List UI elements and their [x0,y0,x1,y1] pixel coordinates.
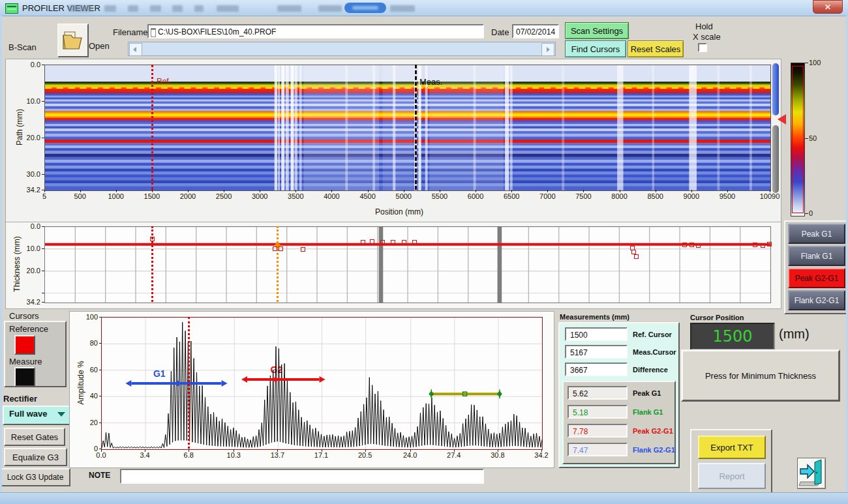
menu-item-redacted[interactable] [217,5,239,12]
date-field[interactable]: 07/02/2014 [512,24,559,38]
text-cursor-icon [151,28,156,37]
measurement-field[interactable]: 5167 [565,345,628,359]
bscan-x-tick-mark [476,190,476,192]
bscan-section-label: B-Scan [8,42,37,52]
measurement-field[interactable]: 1500 [565,327,628,341]
bscan-x-tick-mark [188,190,189,192]
equalize-g3-button[interactable]: Equalize G3 [4,448,67,466]
menu-item-redacted[interactable] [194,5,204,12]
bscan-x-tick-mark [727,190,728,192]
bscan-x-tick-mark [620,190,620,192]
measurement-field[interactable]: 3667 [565,363,628,376]
ascan-y-tick-mark [99,449,102,449]
thickness-marker [412,240,417,245]
gate-button-peak-g1[interactable]: Peak G1 [788,224,845,244]
bscan-x-tick-mark [547,190,548,192]
gate-button-flank-g2-g1[interactable]: Flank G2-G1 [788,290,845,310]
thickness-y-tick: 20.0 [27,267,40,274]
measurement-field[interactable]: 7.47 [568,443,628,456]
ascan-y-tick: 100 [86,313,98,321]
hold-x-scale-checkbox[interactable] [698,43,707,52]
menu-item-redacted[interactable] [128,5,138,12]
bscan-x-tick-mark [770,190,770,192]
menu-item-redacted[interactable] [104,5,116,12]
measurement-field[interactable]: 5.18 [568,405,628,419]
exit-button[interactable] [797,458,826,489]
ascan-plot-area[interactable]: G1G2 [101,317,543,450]
thickness-aux-cursor[interactable] [277,226,279,302]
ascan-x-tick: 30.8 [491,451,504,459]
bscan-x-tick-mark [224,190,224,192]
menu-item-redacted[interactable] [150,5,161,12]
bscan-ref-cursor-label: Ref. [157,77,171,86]
bscan-x-tick: 5500 [432,192,447,200]
filename-label: Filename [113,27,147,37]
file-scrollbar[interactable] [128,42,556,56]
gate-button-flank-g1[interactable]: Flank G1 [788,246,845,266]
bscan-x-tick: 3500 [288,192,303,200]
note-field[interactable] [120,469,484,484]
gate-button-peak-g2-g1[interactable]: Peak G2-G1 [788,268,845,288]
minimum-thickness-button[interactable]: Press for Minimum Thickness [681,349,840,402]
ascan-ylabel: Amplitude % [76,361,85,404]
rectifier-dropdown[interactable]: Full wave [3,406,72,425]
slider-pointer-icon[interactable] [778,114,786,125]
find-cursors-button[interactable]: Find Cursors [565,40,626,57]
scan-settings-button[interactable]: Scan Settings [565,22,629,39]
ascan-x-tick-mark [101,449,102,452]
window-bottom-border [0,492,848,504]
bscan-plot-area[interactable] [44,65,771,191]
bscan-vertical-slider[interactable] [772,63,779,115]
bscan-x-tick-mark [44,190,45,192]
export-txt-button[interactable]: Export TXT [698,436,766,459]
thickness-y-tick-mark [42,226,44,227]
ascan-x-tick-mark [277,449,278,452]
bscan-y-tick-mark [42,101,44,102]
bscan-x-tick-mark [368,190,369,192]
date-label: Date [491,27,509,37]
menu-item-redacted[interactable] [390,5,415,12]
filename-field[interactable]: C:\US-BOX\FILES\10m_40.PROF [147,24,484,38]
open-file-button[interactable] [57,23,89,57]
chevron-down-icon [57,412,65,417]
menu-item-redacted[interactable] [277,5,301,12]
bscan-y-tick: 10.0 [27,97,40,105]
bscan-x-tick: 7500 [575,192,591,200]
ascan-x-tick: 13.7 [271,451,284,459]
menu-item-redacted[interactable] [68,5,92,12]
bscan-vertical-slider-track[interactable] [772,125,779,193]
colorbar[interactable] [791,63,805,216]
scrollbar-left-arrow-icon[interactable] [129,43,142,56]
ascan-x-tick-mark [410,449,411,452]
reset-scales-button[interactable]: Reset Scales [628,40,684,57]
measurement-field[interactable]: 5.62 [568,386,628,400]
menu-pill-highlight[interactable] [344,3,386,13]
thickness-ylabel: Thickness (mm) [12,236,22,291]
bscan-y-tick: 20.0 [27,134,40,141]
bscan-meas-cursor[interactable] [415,65,417,190]
close-button[interactable]: ✕ [813,0,843,14]
reference-cursor-swatch[interactable] [14,335,35,355]
colorbar-range-box [792,66,804,213]
measurement-label: Meas.Cursor [633,348,676,356]
thickness-marker [361,240,365,245]
cursor-position-label: Cursor Position [690,314,744,321]
lock-g3-update-button[interactable]: Lock G3 Update [0,468,70,486]
colorbar-tick-mark [805,213,808,214]
measurement-label: Ref. Cursor [633,331,672,338]
thickness-y-tick-mark [42,248,44,249]
measure-cursor-swatch[interactable] [14,367,35,387]
thickness-marker [631,250,636,254]
ascan-ref-cursor[interactable] [188,317,190,449]
bscan-ref-cursor[interactable] [151,65,153,190]
menu-item-redacted[interactable] [172,5,183,12]
ascan-y-tick-mark [99,370,102,370]
scrollbar-right-arrow-icon[interactable] [541,43,554,56]
reset-gates-button[interactable]: Reset Gates [4,428,65,446]
measurement-label: Peak G2-G1 [633,427,673,435]
measurement-field[interactable]: 7.78 [568,424,628,437]
exit-door-icon [798,458,824,487]
bscan-y-tick-mark [42,65,44,65]
report-button[interactable]: Report [698,463,766,489]
menu-item-redacted[interactable] [318,5,342,12]
